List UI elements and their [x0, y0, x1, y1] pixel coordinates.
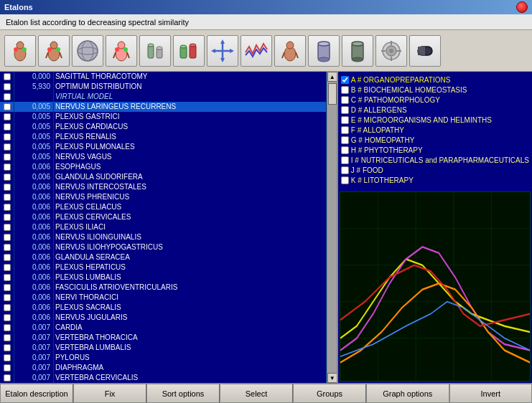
row-checkbox[interactable] — [0, 363, 14, 373]
category-item-c[interactable]: C # PATHOMORPHOLOGY — [341, 95, 529, 105]
list-row[interactable]: 0,005PLEXUS GASTRICI — [0, 112, 327, 122]
scroll-thumb[interactable] — [328, 83, 337, 105]
row-checkbox[interactable] — [0, 303, 14, 313]
list-scrollbar[interactable]: ▲ ▼ — [327, 72, 337, 383]
scroll-up-btn[interactable]: ▲ — [327, 72, 337, 82]
list-row[interactable]: 0,006ESOPHAGUS — [0, 162, 327, 172]
list-row[interactable]: 0,007VERTEBRA THORACICA — [0, 333, 327, 343]
list-row[interactable]: 0,006PLEXUS HEPATICUS — [0, 262, 327, 272]
toolbar-icon-4[interactable] — [106, 35, 137, 67]
category-item-d[interactable]: D # ALLERGENS — [341, 105, 529, 115]
category-checkbox-d[interactable] — [341, 106, 349, 114]
row-checkbox[interactable] — [0, 162, 14, 172]
row-checkbox[interactable] — [0, 72, 14, 82]
scroll-track[interactable] — [327, 82, 337, 373]
category-item-g[interactable]: G # HOMEOPATHY — [341, 135, 529, 145]
row-checkbox[interactable] — [0, 92, 14, 102]
scroll-down-btn[interactable]: ▼ — [327, 373, 337, 383]
etalon-description-button[interactable]: Etalon description — [0, 384, 73, 403]
toolbar-icon-3[interactable] — [72, 35, 103, 67]
category-checkbox-a[interactable] — [341, 76, 349, 84]
list-row[interactable]: 0,006NERVUS PHRENICUS — [0, 192, 327, 202]
row-checkbox[interactable] — [0, 142, 14, 152]
category-checkbox-h[interactable] — [341, 146, 349, 154]
list-row[interactable]: 0,006GLANDULA SERACEA — [0, 252, 327, 262]
list-row[interactable]: 0,007VERTEBRA LUMBALIS — [0, 343, 327, 353]
list-row[interactable]: 0,006NERVUS INTERCOSTALES — [0, 182, 327, 192]
category-item-i[interactable]: I # NUTRICEUTICALS and PARAPHARMACEUTICA… — [341, 155, 529, 165]
row-checkbox[interactable] — [0, 373, 14, 383]
list-row[interactable]: 0,006NERVUS ILIOINGUINALIS — [0, 232, 327, 242]
row-checkbox[interactable] — [0, 182, 14, 192]
list-row[interactable]: 0,007DIAPHRAGMA — [0, 363, 327, 373]
toolbar-icon-10[interactable] — [308, 35, 340, 67]
category-checkbox-k[interactable] — [341, 176, 349, 184]
category-checkbox-e[interactable] — [341, 116, 349, 124]
list-row[interactable]: 0,006PLEXUS CERVICALES — [0, 212, 327, 222]
row-checkbox[interactable] — [0, 323, 14, 333]
row-checkbox[interactable] — [0, 333, 14, 343]
list-row[interactable]: 0,000SAGITTAL THORACOTOMY — [0, 72, 327, 82]
list-row[interactable]: 0,005PLEXUS RENALIS — [0, 132, 327, 142]
toolbar-icon-8[interactable] — [241, 35, 272, 67]
row-checkbox[interactable] — [0, 353, 14, 363]
row-checkbox[interactable] — [0, 232, 14, 242]
row-checkbox[interactable] — [0, 192, 14, 202]
sort-options-button[interactable]: Sort options — [146, 384, 220, 403]
category-checkbox-j[interactable] — [341, 166, 349, 174]
row-checkbox[interactable] — [0, 272, 14, 283]
list-row[interactable]: 5,930OPTIMUM DISTRIBUTION — [0, 82, 327, 92]
category-item-j[interactable]: J # FOOD — [341, 165, 529, 175]
toolbar-icon-13[interactable] — [409, 35, 441, 67]
row-checkbox[interactable] — [0, 252, 14, 262]
row-checkbox[interactable] — [0, 172, 14, 182]
row-checkbox[interactable] — [0, 242, 14, 252]
groups-button[interactable]: Groups — [293, 384, 366, 403]
row-checkbox[interactable] — [0, 222, 14, 232]
invert-button[interactable]: Invert — [449, 384, 533, 403]
list-row[interactable]: 0,005NERVUS LARINGEUS RECURRENS — [0, 102, 327, 112]
row-checkbox[interactable] — [0, 122, 14, 132]
row-checkbox[interactable] — [0, 313, 14, 323]
list-row[interactable]: 0,006PLEXUS SACRALIS — [0, 303, 327, 313]
category-item-h[interactable]: H # PHYTOTHERAPY — [341, 145, 529, 155]
select-button[interactable]: Select — [220, 384, 293, 403]
row-checkbox[interactable] — [0, 132, 14, 142]
category-item-b[interactable]: B # BIOCHEMICAL HOMEOSTASIS — [341, 85, 529, 95]
toolbar-icon-6[interactable] — [173, 35, 205, 67]
fix-button[interactable]: Fix — [73, 384, 146, 403]
list-row[interactable]: 0,007CARDIA — [0, 323, 327, 333]
list-row[interactable]: 0,007PYLORUS — [0, 353, 327, 363]
toolbar-icon-5[interactable] — [139, 35, 171, 67]
row-checkbox[interactable] — [0, 112, 14, 122]
list-row[interactable]: VIRTUAL MODEL — [0, 92, 327, 102]
row-checkbox[interactable] — [0, 343, 14, 353]
list-row[interactable]: 0,005PLEXUS PULMONALES — [0, 142, 327, 152]
category-checkbox-c[interactable] — [341, 96, 349, 104]
category-item-a[interactable]: A # ORGANOPREPARATIONS — [341, 75, 529, 85]
row-checkbox[interactable] — [0, 202, 14, 212]
list-row[interactable]: 0,006NERVUS ILIOHYPOGASTRICUS — [0, 242, 327, 252]
list-row[interactable]: 0,006NERVI THORACICI — [0, 293, 327, 303]
toolbar-icon-7[interactable] — [207, 35, 238, 67]
toolbar-icon-9[interactable] — [274, 35, 306, 67]
category-checkbox-g[interactable] — [341, 136, 349, 144]
toolbar-icon-1[interactable] — [4, 35, 36, 67]
list-row[interactable]: 0,006PLEXUS CELIACUS — [0, 202, 327, 212]
row-checkbox[interactable] — [0, 262, 14, 272]
row-checkbox[interactable] — [0, 283, 14, 293]
list-row[interactable]: 0,006PLEXUS LUMBALIS — [0, 272, 327, 283]
row-checkbox[interactable] — [0, 152, 14, 162]
category-item-f[interactable]: F # ALLOPATHY — [341, 125, 529, 135]
row-checkbox[interactable] — [0, 293, 14, 303]
list-row[interactable]: 0,006GLANDULA SUDORIFERA — [0, 172, 327, 182]
graph-options-button[interactable]: Graph options — [366, 384, 449, 403]
list-row[interactable]: 0,005PLEXUS CARDIACUS — [0, 122, 327, 132]
category-item-k[interactable]: K # LITOTHERAPY — [341, 175, 529, 185]
toolbar-icon-12[interactable] — [375, 35, 407, 67]
category-item-e[interactable]: E # MICROORGANISMS AND HELMINTHS — [341, 115, 529, 125]
list-row[interactable]: 0,006NERVUS JUGULARIS — [0, 313, 327, 323]
row-checkbox[interactable] — [0, 82, 14, 92]
category-checkbox-b[interactable] — [341, 86, 349, 94]
list-row[interactable]: 0,005NERVUS VAGUS — [0, 152, 327, 162]
